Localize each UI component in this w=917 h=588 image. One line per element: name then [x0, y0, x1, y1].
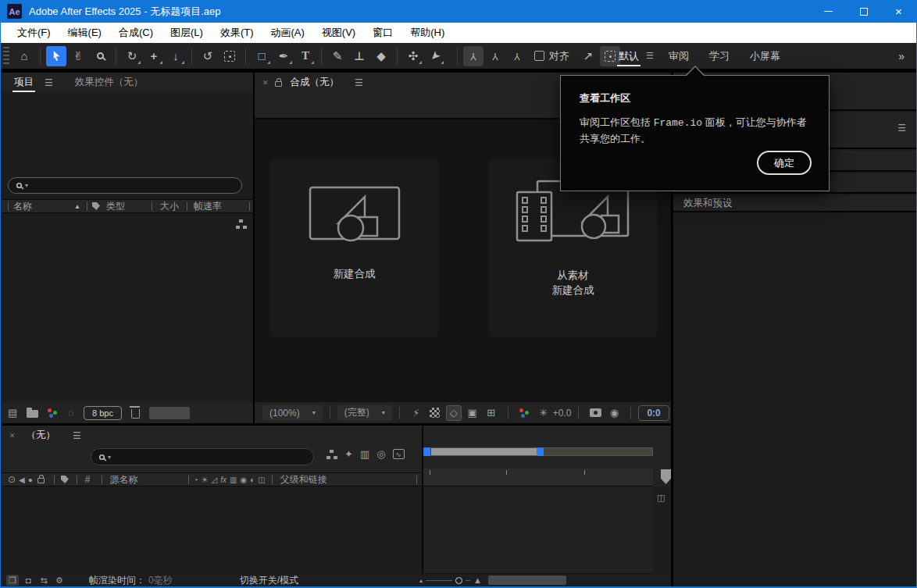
zoom-in-mountain-icon[interactable]: ▲	[473, 576, 482, 585]
maximize-button[interactable]	[846, 0, 881, 23]
proxy-icon[interactable]: ◌	[68, 407, 74, 419]
magnification-dropdown[interactable]: (100%) ▾	[262, 405, 323, 421]
composition-panel-menu-icon[interactable]: ☰	[355, 77, 363, 88]
right-panel-menu-icon[interactable]: ☰	[897, 123, 906, 134]
in-out-pane-icon[interactable]: ⇆	[37, 575, 50, 586]
interpret-footage-icon[interactable]: ▤	[8, 407, 17, 419]
zoom-slider-track[interactable]	[426, 580, 452, 581]
render-settings-pane-icon[interactable]: ⚙	[53, 575, 66, 586]
menu-window[interactable]: 窗口	[364, 26, 401, 40]
clone-stamp-tool[interactable]: ⊥	[349, 46, 369, 66]
snap-label[interactable]: 对齐	[549, 49, 569, 63]
transparency-grid-button[interactable]	[427, 405, 443, 421]
column-name[interactable]: 名称	[13, 200, 74, 213]
column-separator[interactable]	[87, 202, 87, 211]
roto-brush-tool[interactable]: ✣	[403, 46, 423, 66]
camera-tool[interactable]	[219, 46, 240, 66]
timecode-display[interactable]: 0:0	[638, 405, 669, 421]
workspace-overflow-chevrons[interactable]: »	[898, 50, 916, 62]
close-tab-icon[interactable]: ✕	[9, 432, 16, 440]
local-axis-mode-button[interactable]: Y	[463, 46, 483, 66]
timeline-track-area[interactable]	[423, 486, 653, 574]
toolbar-grip[interactable]	[3, 47, 9, 66]
menu-edit[interactable]: 编辑(E)	[59, 26, 110, 40]
crop-region-button[interactable]: ⊞	[483, 405, 499, 421]
orbit-camera-tool[interactable]: ↻	[122, 46, 142, 66]
collapse-transformations-icon[interactable]: ☀	[202, 476, 209, 484]
new-folder-icon[interactable]	[27, 410, 38, 418]
label-column-icon[interactable]	[92, 202, 100, 210]
column-separator[interactable]	[54, 476, 55, 484]
pen-tool[interactable]: ✒	[273, 46, 294, 66]
three-d-layer-icon[interactable]: ◫	[258, 476, 265, 484]
workspace-tab-small-screen[interactable]: 小屏幕	[740, 43, 790, 69]
quality-icon[interactable]: ◿	[212, 476, 218, 484]
zoom-slider-track[interactable]	[466, 580, 470, 581]
puppet-pin-tool[interactable]: ➤	[425, 46, 445, 66]
eraser-tool[interactable]: ◆	[371, 46, 391, 66]
hand-tool[interactable]: ✌	[68, 46, 88, 66]
comp-marker-bin-icon[interactable]	[661, 469, 671, 484]
menu-animation[interactable]: 动画(A)	[262, 26, 313, 40]
draft-3d-icon[interactable]: ✦	[344, 448, 353, 460]
world-axis-mode-button[interactable]: Y	[485, 46, 505, 66]
timeline-layer-list[interactable]	[2, 486, 422, 574]
resolution-dropdown[interactable]: (完整) ▾	[337, 405, 392, 421]
tab-composition[interactable]: 合成（无）	[287, 76, 343, 89]
column-type[interactable]: 类型	[106, 200, 152, 213]
timeline-search-input[interactable]: ▾	[91, 448, 314, 465]
lock-icon[interactable]	[275, 81, 282, 87]
solo-icon[interactable]: ●	[28, 476, 33, 484]
take-snapshot-button[interactable]	[587, 405, 603, 421]
sort-ascending-icon[interactable]: ▲	[74, 203, 80, 210]
time-ruler[interactable]	[423, 469, 653, 486]
zoom-out-mountain-icon[interactable]: ▴	[419, 577, 423, 584]
tab-project[interactable]: 项目	[11, 76, 37, 89]
zoom-slider-handle[interactable]	[455, 577, 462, 584]
timeline-scrollbar-thumb[interactable]	[488, 576, 566, 585]
close-tab-icon[interactable]: ✕	[262, 79, 269, 87]
menu-view[interactable]: 视图(V)	[313, 26, 364, 40]
project-search-input[interactable]: ▾	[8, 177, 242, 194]
effects-presets-panel-header[interactable]: 效果和预设	[673, 195, 917, 212]
graph-editor-icon[interactable]: ∿	[393, 449, 405, 459]
column-size[interactable]: 大小	[160, 200, 187, 213]
label-column-icon[interactable]	[61, 476, 69, 483]
column-separator[interactable]	[8, 202, 9, 211]
menu-composition[interactable]: 合成(C)	[110, 26, 162, 40]
column-separator[interactable]	[188, 476, 189, 484]
snap-checkbox[interactable]	[534, 51, 544, 61]
timeline-panel-menu-icon[interactable]: ☰	[73, 430, 81, 441]
motion-blur-switch-icon[interactable]: ◉	[240, 476, 247, 484]
video-visibility-icon[interactable]: ⊙	[8, 474, 16, 485]
menu-help[interactable]: 帮助(H)	[401, 26, 453, 40]
frame-blending-icon[interactable]: ▥	[360, 448, 369, 460]
column-index[interactable]: #	[85, 474, 91, 485]
composition-mini-flowchart-icon[interactable]	[326, 450, 337, 459]
motion-blur-icon[interactable]: ◎	[376, 448, 385, 460]
zoom-tool[interactable]	[90, 46, 110, 66]
minimize-button[interactable]	[811, 0, 846, 23]
column-framerate[interactable]: 帧速率	[194, 200, 222, 213]
column-separator[interactable]	[77, 476, 77, 484]
tab-timeline[interactable]: （无）	[23, 429, 59, 442]
work-area-end-handle[interactable]	[537, 447, 544, 456]
delete-item-icon[interactable]	[131, 409, 140, 419]
project-flowchart-icon[interactable]	[236, 219, 247, 229]
tab-effect-controls[interactable]: 效果控件（无）	[75, 76, 144, 89]
frame-blend-switch-icon[interactable]: ▥	[230, 476, 237, 484]
adjust-exposure-button[interactable]: ✳	[536, 405, 551, 421]
transfer-controls-pane-icon[interactable]: ◘	[22, 575, 34, 586]
pan-camera-tool[interactable]: +	[144, 46, 164, 66]
project-settings-icon[interactable]	[48, 408, 59, 418]
column-source-name[interactable]: 源名称	[110, 473, 138, 486]
rotation-tool[interactable]: ↺	[198, 46, 218, 66]
type-tool[interactable]: T	[295, 46, 316, 66]
menu-file[interactable]: 文件(F)	[9, 26, 59, 40]
menu-effect[interactable]: 效果(T)	[212, 26, 262, 40]
adjustment-layer-icon[interactable]: ◐	[250, 476, 255, 484]
mask-visibility-button[interactable]: ◇	[446, 405, 462, 421]
fast-preview-button[interactable]: ⚡	[409, 405, 424, 421]
column-separator[interactable]	[416, 476, 417, 484]
column-parent-link[interactable]: 父级和链接	[280, 473, 327, 486]
